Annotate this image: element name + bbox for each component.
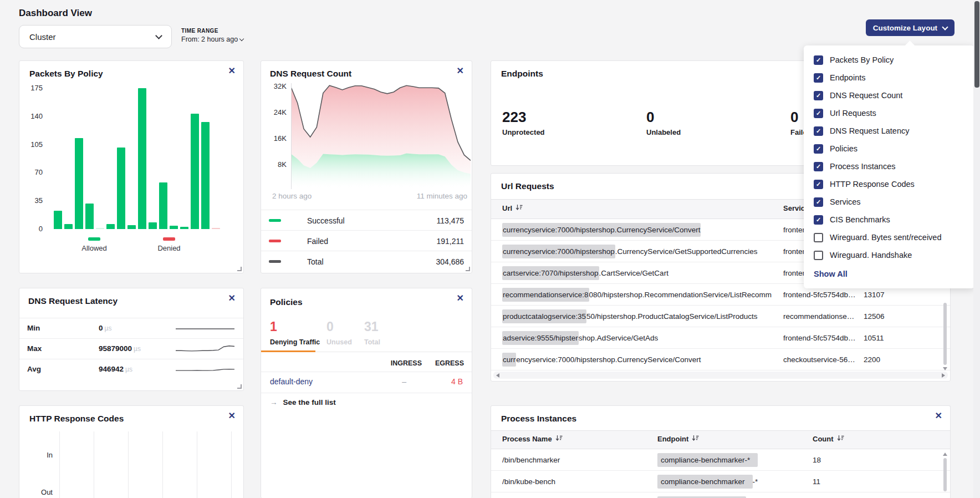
tab-label[interactable]: Total [364, 338, 380, 346]
time-range-value[interactable]: From: 2 hours ago [181, 35, 243, 43]
close-icon[interactable]: ✕ [228, 294, 236, 303]
customize-layout-button[interactable]: Customize Layout [866, 19, 955, 36]
scroll-left-arrow-icon[interactable] [496, 373, 499, 378]
highlighted-url-text: cartservice:7070/hipstershop [502, 266, 599, 280]
column-header-endpoint[interactable]: Endpoint [657, 435, 699, 443]
latency-label: Max [27, 344, 42, 353]
close-icon[interactable]: ✕ [457, 294, 464, 303]
scroll-right-arrow-icon[interactable] [942, 373, 945, 378]
close-icon[interactable]: ✕ [457, 67, 464, 75]
menu-item-wireguard-handshake[interactable]: Wireguard. Handshake [804, 246, 974, 264]
menu-item-wireguard-bytes-sent-received[interactable]: Wireguard. Bytes sent/received [804, 228, 974, 246]
menu-item-services[interactable]: Services [804, 193, 974, 211]
tab-label[interactable]: Unused [326, 338, 352, 346]
checked-checkbox-icon[interactable] [814, 109, 823, 118]
checked-checkbox-icon[interactable] [814, 144, 823, 154]
menu-item-label: Packets By Policy [830, 55, 894, 64]
unchecked-checkbox-icon[interactable] [814, 233, 823, 242]
column-header-count[interactable]: Count [813, 435, 844, 443]
menu-item-packets-by-policy[interactable]: Packets By Policy [804, 51, 974, 69]
table-row[interactable]: adservice:9555/hipstershop.AdService/Get… [491, 327, 950, 349]
customize-layout-menu: Packets By PolicyEndpointsDNS Request Co… [804, 45, 974, 288]
menu-item-policies[interactable]: Policies [804, 140, 974, 157]
card-title: Process Instances [501, 414, 576, 424]
y-tick-label: 35 [24, 196, 43, 205]
menu-item-process-instances[interactable]: Process Instances [804, 157, 974, 175]
latency-value: 0µs [99, 324, 111, 332]
sort-icon [555, 435, 563, 443]
close-icon[interactable]: ✕ [228, 411, 236, 420]
page-scrollbar-thumb[interactable] [974, 1, 979, 88]
column-header-url[interactable]: Url [502, 204, 523, 212]
stat-label: Unprotected [502, 128, 545, 136]
url-cell: adservice:9555/hipstershop.AdService/Get… [502, 327, 774, 349]
menu-item-cis-benchmarks[interactable]: CIS Benchmarks [804, 211, 974, 228]
unchecked-checkbox-icon[interactable] [814, 251, 823, 260]
scroll-down-arrow-icon[interactable] [943, 367, 947, 370]
highlighted-url-text: adservice:9555/hipster [502, 331, 579, 345]
latency-row-avg: Avg946942µs [19, 359, 243, 379]
close-icon[interactable]: ✕ [935, 411, 942, 420]
view-selector[interactable]: Cluster [19, 25, 172, 48]
resize-handle-icon[interactable] [237, 384, 242, 389]
menu-item-label: HTTP Response Codes [830, 180, 915, 189]
url-cell: currencyservice:7000/hipstershop.Currenc… [502, 241, 774, 262]
column-header-ingress: INGRESS [391, 359, 422, 367]
tab-label[interactable]: Denying Traffic [270, 338, 320, 346]
show-all-link[interactable]: Show All [814, 270, 974, 278]
tab-value-total[interactable]: 31 [364, 319, 379, 334]
table-row[interactable]: productcatalogservice:3550/hipstershop.P… [491, 306, 950, 327]
sparkline [176, 364, 234, 376]
highlighted-url-text: recommendationservice:8 [502, 288, 589, 302]
card-title: DNS Request Latency [28, 296, 118, 306]
dns-area-chart [291, 83, 471, 189]
see-full-list-link[interactable]: →See the full list [270, 398, 336, 406]
menu-item-label: CIS Benchmarks [830, 215, 890, 224]
card-title: Policies [270, 297, 303, 307]
resize-handle-icon[interactable] [237, 267, 242, 271]
checked-checkbox-icon[interactable] [814, 197, 823, 207]
horizontal-scrollbar[interactable] [493, 372, 948, 379]
checked-checkbox-icon[interactable] [814, 73, 823, 83]
tab-value-unused[interactable]: 0 [326, 319, 334, 334]
checked-checkbox-icon[interactable] [814, 215, 823, 225]
table-row[interactable]: /bin/kube-benchcompliance-benchmarker-*1… [491, 471, 950, 492]
menu-item-label: DNS Request Count [830, 91, 902, 100]
tab-value-denying-traffic[interactable]: 1 [270, 319, 277, 334]
view-selector-value: Cluster [29, 32, 56, 42]
checked-checkbox-icon[interactable] [814, 126, 823, 136]
stat-label: Unlabeled [646, 128, 681, 136]
policy-name-link[interactable]: default-deny [270, 377, 313, 386]
legend-row-failed: Failed191,211 [261, 230, 472, 251]
policies-card: Policies ✕ 1Denying Traffic0Unused31Tota… [261, 288, 472, 498]
scroll-up-arrow-icon[interactable] [943, 453, 947, 456]
bar-allowed [85, 204, 94, 229]
menu-item-http-response-codes[interactable]: HTTP Response Codes [804, 175, 974, 193]
bar-allowed [127, 225, 136, 229]
bar-allowed [180, 227, 188, 229]
table-row[interactable]: benchmarkercompliance-benchmarker-*9 [491, 492, 950, 498]
menu-item-label: Url Requests [830, 109, 876, 118]
table-row[interactable]: currencyservice:7000/hipstershop.Currenc… [491, 349, 950, 370]
checked-checkbox-icon[interactable] [814, 91, 823, 100]
menu-item-url-requests[interactable]: Url Requests [804, 104, 974, 122]
menu-caret [905, 40, 915, 50]
resize-handle-icon[interactable] [466, 267, 470, 271]
legend-swatch [269, 219, 281, 222]
checked-checkbox-icon[interactable] [814, 162, 823, 171]
x-axis-label-start: 2 hours ago [272, 192, 312, 200]
menu-item-dns-request-count[interactable]: DNS Request Count [804, 87, 974, 104]
legend-row-successful: Successful113,475 [261, 210, 472, 230]
vertical-scrollbar-thumb[interactable] [943, 303, 947, 365]
dns-request-count-card: DNS Request Count ✕ 8K16K24K32K 2 hours … [261, 60, 472, 273]
menu-item-dns-request-latency[interactable]: DNS Request Latency [804, 122, 974, 140]
stat-unprotected: 223Unprotected [502, 110, 545, 136]
vertical-scrollbar-thumb[interactable] [943, 458, 947, 491]
checked-checkbox-icon[interactable] [814, 180, 823, 189]
column-header-process-name[interactable]: Process Name [502, 435, 563, 443]
menu-item-endpoints[interactable]: Endpoints [804, 69, 974, 87]
url-cell: cartservice:7070/hipstershop.CartService… [502, 262, 774, 284]
table-row[interactable]: /bin/benchmarkercompliance-benchmarker-*… [491, 449, 950, 471]
page-scrollbar[interactable] [973, 0, 980, 498]
checked-checkbox-icon[interactable] [814, 55, 823, 65]
